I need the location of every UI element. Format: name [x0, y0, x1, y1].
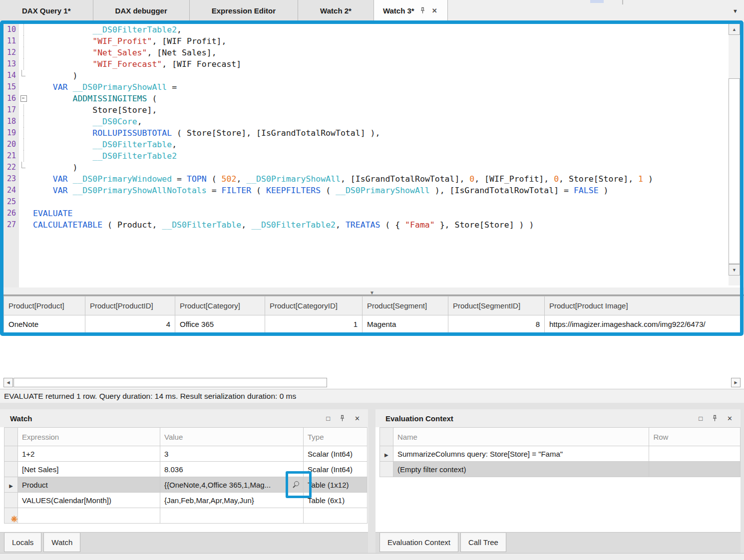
magnifier-icon[interactable]: [292, 481, 300, 489]
watch-column-header-type[interactable]: Type: [304, 428, 368, 446]
maximize-icon[interactable]: □: [699, 415, 703, 422]
collapse-results-icon[interactable]: ▼: [370, 290, 374, 295]
watch-tab-watch[interactable]: Watch: [43, 533, 80, 552]
results-column-header[interactable]: Product[ProductID]: [85, 296, 175, 315]
line-number: 20: [3, 139, 19, 150]
line-number: 13: [3, 58, 19, 70]
watch-value-cell[interactable]: 8.036: [160, 462, 304, 477]
watch-tab-locals[interactable]: Locals: [4, 533, 41, 552]
results-cell: 8: [448, 315, 545, 333]
line-number: 14: [3, 70, 19, 81]
scroll-up-button[interactable]: ▲: [729, 23, 740, 35]
results-column-header[interactable]: Product[Product]: [4, 296, 85, 315]
tab-dax-query-1[interactable]: DAX Query 1*: [0, 0, 93, 21]
watch-value-cell[interactable]: 3: [160, 446, 304, 462]
scroll-left-icon: ◀: [6, 380, 9, 385]
watch-expression-cell[interactable]: Product: [18, 477, 160, 493]
close-icon[interactable]: ✕: [727, 415, 733, 422]
scroll-down-button[interactable]: ▼: [729, 264, 740, 276]
watch-row[interactable]: ▶Product{{OneNote,4,Office 365,1,Mag...T…: [4, 477, 368, 493]
watch-row[interactable]: [Net Sales]8.036Scalar (Int64): [4, 462, 368, 477]
results-column-header[interactable]: Product[SegmentID]: [448, 296, 545, 315]
watch-expression-cell[interactable]: [18, 508, 160, 524]
watch-expression-cell[interactable]: [Net Sales]: [18, 462, 160, 477]
editor-results-splitter[interactable]: ▼: [0, 287, 744, 296]
watch-row[interactable]: 1+23Scalar (Int64): [4, 446, 368, 462]
line-number: 10: [3, 24, 19, 35]
results-column-header[interactable]: Product[Product Image]: [545, 296, 741, 315]
tab-overflow-dropdown-icon[interactable]: ▼: [733, 8, 738, 14]
scroll-left-button[interactable]: ◀: [3, 378, 13, 387]
results-column-header[interactable]: Product[CategoryID]: [265, 296, 363, 315]
code-text: VAR __DS0PrimaryShowAll =: [28, 81, 177, 93]
code-line: 16 ADDMISSINGITEMS (: [3, 93, 653, 104]
watch-row[interactable]: [4, 508, 368, 524]
fold-collapse-icon[interactable]: [20, 95, 27, 102]
eval-column-header-name[interactable]: Name: [393, 428, 649, 446]
horizontal-scrollbar-thumb[interactable]: [13, 378, 327, 387]
code-text: "WIF_Forecast", [WIF Forecast]: [28, 58, 241, 70]
maximize-icon[interactable]: □: [326, 415, 330, 422]
eval-column-header-row[interactable]: Row: [649, 428, 741, 446]
fold-margin: [19, 150, 28, 162]
fold-margin: [19, 219, 28, 231]
fold-margin: [19, 208, 28, 219]
tab-watch-2[interactable]: Watch 2*: [298, 0, 374, 21]
watch-column-header-value[interactable]: Value: [160, 428, 304, 446]
line-number: 11: [3, 35, 19, 47]
results-cell: 4: [85, 315, 175, 333]
code-text: __DS0FilterTable2: [28, 150, 177, 162]
watch-column-header-expression[interactable]: Expression: [18, 428, 160, 446]
code-text: EVALUATE: [28, 208, 72, 219]
code-text: CALCULATETABLE ( Product, __DS0FilterTab…: [28, 219, 534, 231]
watch-value-cell[interactable]: {{OneNote,4,Office 365,1,Mag...: [160, 477, 304, 493]
vertical-scrollbar-thumb[interactable]: [729, 78, 740, 264]
vertical-scrollbar[interactable]: ▲ ▼: [729, 23, 740, 285]
code-text: ): [28, 70, 77, 81]
eval-context-row[interactable]: (Empty filter context): [380, 462, 741, 477]
pin-icon[interactable]: [711, 415, 719, 422]
code-line: 27CALCULATETABLE ( Product, __DS0FilterT…: [3, 219, 653, 231]
evaluation-context-table: NameRow▶SummarizeColumns query: Store[St…: [379, 427, 741, 477]
results-cell: Magenta: [363, 315, 448, 333]
tab-dax-debugger[interactable]: DAX debugger: [93, 0, 190, 21]
horizontal-scrollbar[interactable]: ◀ ▶: [0, 377, 744, 389]
status-bar: EVALUATE returned 1 row. Query duration:…: [0, 389, 744, 403]
eval-context-row[interactable]: ▶SummarizeColumns query: Store[Store] = …: [380, 446, 741, 462]
results-column-header[interactable]: Product[Category]: [175, 296, 265, 315]
watch-panel: Watch □ ✕ ExpressionValueType1+23Scalar …: [0, 409, 368, 553]
eval-tab-evaluation-context[interactable]: Evaluation Context: [379, 533, 458, 552]
pin-icon[interactable]: [339, 415, 346, 422]
scroll-right-button[interactable]: ▶: [731, 378, 741, 387]
watch-value-cell[interactable]: [160, 508, 304, 524]
close-icon[interactable]: ✕: [355, 415, 360, 422]
watch-expression-cell[interactable]: VALUES(Calendar[Month]): [18, 493, 160, 508]
eval-row-cell: [649, 462, 741, 477]
watch-type-cell: Scalar (Int64): [304, 462, 368, 477]
results-grid: Product[Product]Product[ProductID]Produc…: [3, 296, 741, 333]
pin-icon[interactable]: [419, 7, 426, 14]
watch-expression-cell[interactable]: 1+2: [18, 446, 160, 462]
expand-row-arrow-icon[interactable]: ▶: [384, 452, 388, 458]
watch-value-cell[interactable]: {Jan,Feb,Mar,Apr,May,Jun}: [160, 493, 304, 508]
clipped-toolbar-tick: [622, 0, 623, 4]
results-cell: 1: [265, 315, 363, 333]
tab-watch-3[interactable]: Watch 3*✕: [374, 0, 448, 21]
code-text: ROLLUPISSUBTOTAL ( Store[Store], [IsGran…: [28, 127, 380, 139]
code-editor[interactable]: 10 __DS0FilterTable2,11 "WIF_Profit", [W…: [0, 21, 744, 287]
code-line: 15 VAR __DS0PrimaryShowAll =: [3, 81, 653, 93]
fold-margin: [19, 196, 28, 208]
fold-margin: [19, 116, 28, 127]
results-cell: https://imagizer.imageshack.com/img922/6…: [545, 315, 741, 333]
evaluation-context-tab-strip: Evaluation ContextCall Tree: [375, 532, 741, 553]
evaluation-context-titlebar: Evaluation Context □ ✕: [375, 409, 741, 427]
eval-tab-call-tree[interactable]: Call Tree: [460, 533, 506, 552]
watch-row[interactable]: VALUES(Calendar[Month]){Jan,Feb,Mar,Apr,…: [4, 493, 368, 508]
fold-margin: [19, 162, 28, 173]
close-icon[interactable]: ✕: [431, 7, 438, 14]
results-column-header[interactable]: Product[Segment]: [363, 296, 448, 315]
line-number: 24: [3, 185, 19, 196]
code-line: 26EVALUATE: [3, 208, 653, 219]
watch-type-cell: Scalar (Int64): [304, 446, 368, 462]
tab-expression-editor[interactable]: Expression Editor: [190, 0, 298, 21]
